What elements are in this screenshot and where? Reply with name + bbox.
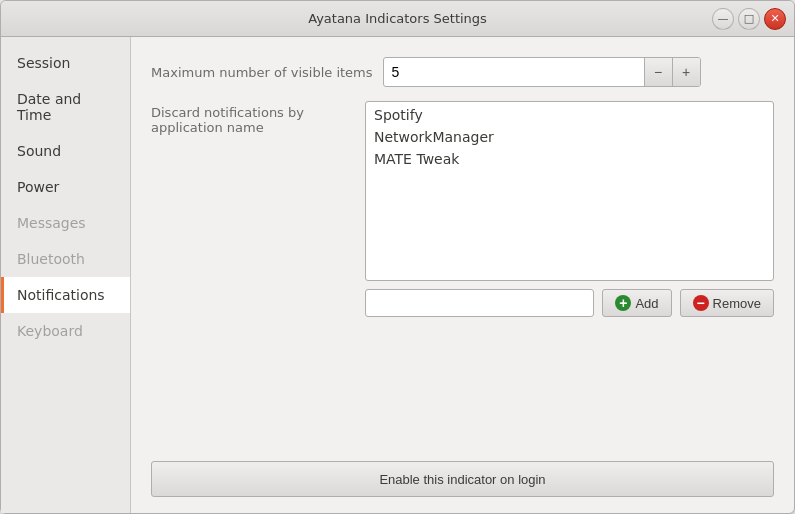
maximize-button[interactable]: □ (738, 8, 760, 30)
sidebar-item-bluetooth[interactable]: Bluetooth (1, 241, 130, 277)
discard-label: Discard notifications by application nam… (151, 101, 351, 135)
add-remove-row: + Add − Remove (365, 289, 774, 317)
remove-icon: − (693, 295, 709, 311)
window-title: Ayatana Indicators Settings (308, 11, 487, 26)
add-icon: + (615, 295, 631, 311)
sidebar-item-power[interactable]: Power (1, 169, 130, 205)
sidebar-item-sound[interactable]: Sound (1, 133, 130, 169)
enable-indicator-button[interactable]: Enable this indicator on login (151, 461, 774, 497)
list-item[interactable]: MATE Tweak (366, 148, 773, 170)
window-controls: — □ ✕ (712, 8, 786, 30)
sidebar-item-session[interactable]: Session (1, 45, 130, 81)
content-area: Session Date and Time Sound Power Messag… (1, 37, 794, 513)
sidebar-item-messages[interactable]: Messages (1, 205, 130, 241)
titlebar: Ayatana Indicators Settings — □ ✕ (1, 1, 794, 37)
spinbox-decrement-button[interactable]: − (644, 58, 672, 86)
add-item-input[interactable] (365, 289, 594, 317)
app-window: Ayatana Indicators Settings — □ ✕ Sessio… (0, 0, 795, 514)
list-item[interactable]: NetworkManager (366, 126, 773, 148)
max-visible-spinbox: − + (383, 57, 701, 87)
remove-button[interactable]: − Remove (680, 289, 774, 317)
max-visible-row: Maximum number of visible items − + (151, 57, 774, 87)
minimize-button[interactable]: — (712, 8, 734, 30)
add-button[interactable]: + Add (602, 289, 671, 317)
list-item[interactable]: Spotify (366, 104, 773, 126)
max-visible-input[interactable] (384, 60, 644, 84)
sidebar: Session Date and Time Sound Power Messag… (1, 37, 131, 513)
list-container: Spotify NetworkManager MATE Tweak + (365, 101, 774, 317)
sidebar-item-keyboard[interactable]: Keyboard (1, 313, 130, 349)
discard-listbox[interactable]: Spotify NetworkManager MATE Tweak (365, 101, 774, 281)
close-button[interactable]: ✕ (764, 8, 786, 30)
sidebar-item-notifications[interactable]: Notifications (1, 277, 130, 313)
main-panel: Maximum number of visible items − + Disc… (131, 37, 794, 513)
sidebar-item-date-and-time[interactable]: Date and Time (1, 81, 130, 133)
spinbox-increment-button[interactable]: + (672, 58, 700, 86)
max-visible-label: Maximum number of visible items (151, 65, 373, 80)
footer: Enable this indicator on login (151, 453, 774, 497)
discard-list-area: Discard notifications by application nam… (151, 101, 774, 317)
